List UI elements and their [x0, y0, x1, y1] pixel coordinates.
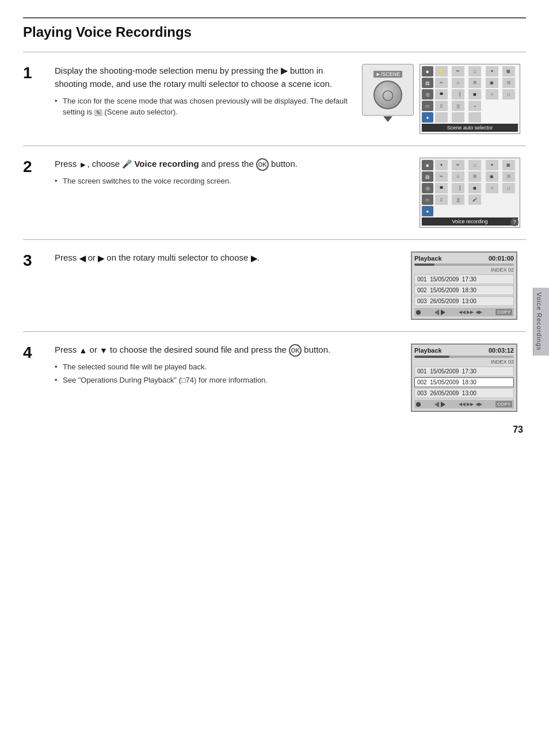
scene-cell: ▀: [435, 183, 448, 193]
scene-cell: ✦: [486, 160, 498, 170]
voice-icon-3: ◎: [422, 183, 433, 193]
step-1-section: 1 Display the shooting-mode selection me…: [23, 52, 526, 146]
scene-cell: ▦: [502, 160, 515, 170]
playback-header-1: Playback 00:01:00: [414, 255, 514, 262]
sidebar-tab: Voice Recordings: [533, 288, 549, 356]
playback-item-2-2: 002 15/05/2009 18:30: [414, 377, 514, 387]
step-1-number: 1: [23, 65, 43, 81]
playback-screen-1: Playback 00:01:00 INDEX 02 001 15/05/200…: [411, 251, 517, 320]
scene-menu: ■ 🌟 ✏ □ ✦ ▦ ▨ ✂ ♨: [420, 64, 520, 134]
scene-menu-screenshot: ■ 🌟 ✏ □ ✦ ▦ ▨ ✂ ♨: [420, 64, 526, 134]
ctrl-skip-group-2: ◀◀ ▶▶ ◀▶: [459, 402, 482, 407]
scene-cell: ✦: [435, 160, 448, 170]
scene-icon-4: ▭: [422, 101, 433, 111]
step-3-main-text: Press ◀ or ▶ on the rotary multi selecto…: [55, 251, 399, 265]
step-4-section: 4 Press ▲ or ▼ to choose the desired sou…: [23, 331, 526, 423]
voice-icons-row-1: ✦ ✏ □ ✦ ▦: [435, 160, 518, 170]
scene-cell: [452, 112, 464, 123]
step-4-bullet-1: The selected sound file will be played b…: [55, 361, 399, 373]
scene-mode-label: ►/SCENE: [373, 71, 402, 78]
step-2-content: Press ►, choose 🎤 Voice recording and pr…: [55, 158, 408, 189]
scene-cell: ▒: [452, 194, 464, 205]
scene-cell: 🎤: [468, 194, 481, 205]
page-number: 73: [513, 425, 523, 435]
rotary-selector: ◯: [373, 81, 402, 109]
playback-fill-2: [414, 356, 449, 358]
step-2-number: 2: [23, 159, 43, 175]
playback-fill-1: [414, 264, 434, 266]
scene-cell: ♨: [452, 78, 464, 88]
scene-cell: ▯: [435, 194, 448, 205]
scene-cell: ♨: [452, 171, 464, 182]
step-2-main-text: Press ►, choose 🎤 Voice recording and pr…: [55, 158, 408, 171]
step-1-images: ►/SCENE ◯ ■ 🌟 ✏ □ ✦: [362, 64, 526, 134]
voice-icon-2: ▨: [422, 171, 433, 182]
step-1-content: Display the shooting-mode selection menu…: [55, 64, 350, 120]
step-2-section: 2 Press ►, choose 🎤 Voice recording and …: [23, 146, 526, 239]
scene-cell: ▣: [486, 78, 498, 88]
ctrl-arrows-2: [434, 402, 445, 407]
playback-progress-1: [414, 264, 514, 266]
left-arrow-icon: ◀: [79, 253, 86, 265]
voice-icon-selected: ●: [422, 206, 433, 216]
scene-cell: ▦: [502, 66, 515, 77]
ctrl-prev2-icon: [434, 402, 439, 407]
ctrl-copy2-label: COPY: [495, 401, 512, 407]
voice-icons-row-4: ▯ ▒ 🎤: [435, 194, 518, 205]
ctrl-dot-icon: [416, 310, 421, 315]
ctrl-skip-group: ◀◀ ▶▶ ◀▶: [459, 310, 482, 315]
playback-index-2: INDEX 03: [414, 359, 514, 365]
voice-menu-screenshot: ■ ✦ ✏ □ ✦ ▦ ▨ ✂ ♨ ☴ ▣: [420, 158, 520, 228]
playback-time-2: 00:03:12: [489, 347, 514, 354]
choose-right-arrow-icon: ▶: [251, 253, 257, 265]
voice-row-1: ■ ✦ ✏ □ ✦ ▦: [422, 160, 518, 170]
step-2-image: ■ ✦ ✏ □ ✦ ▦ ▨ ✂ ♨ ☴ ▣: [420, 158, 526, 228]
scene-cell: ▯: [435, 101, 448, 111]
playback-controls-1: ◀◀ ▶▶ ◀▶ COPY: [414, 308, 514, 316]
scene-cell: ✦: [486, 66, 498, 77]
playback-progress-2: [414, 356, 514, 358]
scene-cell: ▀: [435, 89, 448, 100]
playback-screen-2: Playback 00:03:12 INDEX 03 001 15/05/200…: [411, 343, 517, 412]
scene-icon-camera: ■: [422, 66, 433, 77]
scene-cell: ✂: [435, 78, 448, 88]
step-3-image: Playback 00:01:00 INDEX 02 001 15/05/200…: [411, 251, 526, 320]
step-1-main-text: Display the shooting-mode selection menu…: [55, 64, 350, 91]
step-4-content: Press ▲ or ▼ to choose the desired sound…: [55, 343, 399, 387]
step-4-main-text: Press ▲ or ▼ to choose the desired sound…: [55, 343, 399, 357]
scene-row-5: ●: [422, 112, 518, 123]
scene-icons-row-2: ✂ ♨ ☴ ▣ ☷: [435, 78, 518, 88]
scene-cell: □: [502, 183, 515, 193]
scene-row-4: ▭ ▯ ▒ ▪: [422, 101, 518, 111]
voice-icon-1: ■: [422, 160, 433, 170]
playback-item-1-1: 001 15/05/2009 17:30: [414, 274, 514, 284]
scene-cell: □: [502, 89, 515, 100]
scene-cell: ☷: [502, 78, 515, 88]
scene-icons-row-5: [435, 112, 518, 123]
ctrl-prev-icon: [434, 310, 439, 315]
scene-icon-selected: ●: [422, 112, 433, 123]
step-2-bullet-1: The screen switches to the voice recordi…: [55, 175, 408, 187]
step-4-image: Playback 00:03:12 INDEX 03 001 15/05/200…: [411, 343, 526, 412]
up-arrow-icon: ▲: [79, 345, 87, 357]
scene-cell: ✂: [435, 171, 448, 182]
playback-item-1-3: 003 26/05/2009 13:00: [414, 296, 514, 306]
voice-icon-4: ▭: [422, 194, 433, 205]
help-badge: ?: [510, 218, 518, 226]
voice-icons-row-2: ✂ ♨ ☴ ▣ ☷: [435, 171, 518, 182]
scene-cell: ▣: [486, 171, 498, 182]
scene-cell: ▒: [452, 101, 464, 111]
voice-row-4: ▭ ▯ ▒ 🎤: [422, 194, 518, 205]
voice-row-5: ●: [422, 206, 518, 216]
ctrl-dot2-icon: [416, 402, 421, 407]
step-3-section: 3 Press ◀ or ▶ on the rotary multi selec…: [23, 239, 526, 331]
voice-recording-menu-label: Voice recording: [422, 217, 518, 226]
step-4-bullets: The selected sound file will be played b…: [55, 361, 399, 385]
scene-icons-row-4: ▯ ▒ ▪: [435, 101, 518, 111]
scene-row-3: ◎ ▀ ▕ ◼ ♧ □: [422, 89, 518, 100]
playback-item-2-1: 001 15/05/2009 17:30: [414, 366, 514, 376]
step-3-content: Press ◀ or ▶ on the rotary multi selecto…: [55, 251, 399, 269]
voice-recording-label: Voice recording: [134, 159, 199, 169]
playback-index-1: INDEX 02: [414, 267, 514, 273]
scene-cell: ☴: [468, 78, 481, 88]
